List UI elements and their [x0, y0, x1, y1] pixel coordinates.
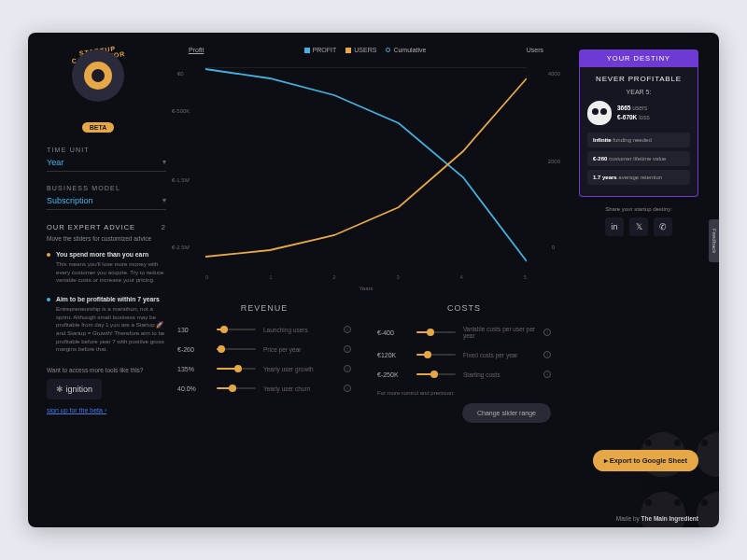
advice-body: This means you'll lose more money with e… [56, 260, 166, 285]
costs-column: COSTS €-400Variable costs per user per y… [377, 303, 551, 423]
info-icon[interactable]: i [344, 385, 351, 392]
share-whatsapp-icon[interactable]: ✆ [654, 217, 672, 236]
slider-value: 40.0% [177, 385, 209, 392]
logo: STARTUP CALCULATOR BETA [47, 42, 149, 133]
slider-label: Fixed costs per year [463, 352, 536, 358]
slider-label: Yearly user growth [263, 366, 336, 372]
costs-slider-0[interactable] [416, 331, 456, 333]
info-icon[interactable]: i [344, 326, 351, 333]
slider-value: 130 [177, 327, 209, 333]
advice-body: Entrepreneurship is a marathon, not a sp… [56, 305, 166, 354]
revenue-title: REVENUE [177, 303, 351, 313]
y-tick: €-500K [172, 108, 190, 114]
advice-title: Aim to be profitable within 7 years [56, 296, 166, 302]
slider-value: €-250K [377, 371, 409, 378]
revenue-slider-3[interactable] [217, 387, 256, 389]
destiny-year: YEAR 5: [587, 89, 690, 95]
advice-item: Aim to be profitable within 7 years Entr… [47, 296, 166, 354]
y-axis-right-label: Users [527, 47, 543, 53]
share-twitter-icon[interactable]: 𝕏 [629, 217, 648, 236]
signup-link[interactable]: sign up for the beta › [47, 407, 166, 413]
y-axis-left-label: Profit [189, 47, 204, 53]
legend: PROFIT USERS Cumulative [304, 47, 427, 53]
slider-value: 135% [177, 366, 209, 372]
slider-label: Variable costs per user per year [463, 326, 536, 339]
export-button[interactable]: Export to Google Sheet [593, 450, 698, 471]
skull-icon [587, 101, 612, 125]
costs-slider-2[interactable] [416, 373, 456, 375]
business-model-label: BUSINESS MODEL [47, 185, 166, 191]
advice-item: You spend more than you earn This means … [47, 251, 166, 285]
change-range-button[interactable]: Change slider range [462, 403, 551, 423]
slider-label: Launching users [263, 327, 336, 333]
y-tick: €0 [177, 71, 184, 77]
slider-row: €-250KStarting costsi [377, 371, 551, 378]
y-tick: 2000 [548, 159, 560, 164]
chart-plot [205, 67, 527, 263]
slider-value: €-400 [377, 329, 409, 336]
info-icon[interactable]: i [543, 329, 551, 336]
y-tick: €-2.5M [172, 245, 190, 250]
destiny-header: YOUR DESTINY [579, 49, 698, 67]
more-control-hint: For more control and precision: [377, 390, 551, 398]
info-icon[interactable]: i [344, 365, 351, 372]
destiny-stats: 3665 users €-670K loss [617, 104, 650, 122]
x-axis-label: Years [359, 286, 373, 291]
eye-icon [84, 62, 112, 90]
y-tick: 0 [552, 245, 555, 250]
time-unit-label: TIME UNIT [47, 147, 166, 153]
slider-label: Yearly user churn [263, 385, 336, 392]
tools-label: Want to access more tools like this? [47, 367, 166, 373]
x-ticks: 012345 [205, 274, 527, 280]
ignition-badge[interactable]: ignition [47, 379, 102, 399]
slider-row: 130Launching usersi [177, 326, 351, 333]
costs-slider-1[interactable] [416, 354, 456, 356]
footer: Made by The Main Ingredient [616, 515, 698, 522]
destiny-status: NEVER PROFITABLE [587, 75, 690, 83]
destiny-pill: 1.7 years average retention [587, 170, 690, 185]
revenue-column: REVENUE 130Launching usersi€-260Price pe… [177, 303, 351, 423]
info-icon[interactable]: i [543, 351, 551, 358]
slider-value: €120K [377, 352, 409, 358]
destiny-pill: Infinite funding needed [587, 133, 690, 147]
advice-subtitle: Move the sliders for customized advice [47, 235, 166, 242]
info-icon[interactable]: i [543, 371, 551, 378]
info-icon[interactable]: i [344, 345, 351, 353]
slider-row: 135%Yearly user growthi [177, 365, 351, 372]
slider-row: €-400Variable costs per user per yeari [377, 326, 551, 339]
share-linkedin-icon[interactable]: in [605, 217, 624, 236]
y-tick: 4000 [548, 71, 560, 77]
share-label: Share your startup destiny: [579, 206, 698, 212]
destiny-box: NEVER PROFITABLE YEAR 5: 3665 users €-67… [579, 67, 698, 197]
decorative-skulls [635, 427, 719, 527]
revenue-slider-1[interactable] [217, 348, 256, 350]
slider-row: €-260Price per yeari [177, 345, 351, 353]
revenue-slider-0[interactable] [217, 329, 256, 330]
destiny-pill: €-260 customer lifetime value [587, 151, 690, 166]
slider-row: €120KFixed costs per yeari [377, 351, 551, 358]
business-model-select[interactable]: Subscription [47, 196, 166, 210]
slider-label: Price per year [263, 346, 336, 353]
time-unit-select[interactable]: Year [47, 158, 166, 172]
revenue-slider-2[interactable] [217, 368, 256, 370]
slider-value: €-260 [177, 346, 209, 353]
chart: Profit PROFIT USERS Cumulative Users €0 … [179, 47, 553, 289]
advice-count: 2 [162, 223, 166, 231]
beta-badge: BETA [82, 122, 115, 133]
advice-header: OUR EXPERT ADVICE [47, 223, 135, 231]
slider-label: Starting costs [463, 371, 536, 378]
y-tick: €-1.5M [172, 177, 190, 183]
costs-title: COSTS [377, 303, 551, 313]
advice-title: You spend more than you earn [56, 251, 166, 258]
slider-row: 40.0%Yearly user churni [177, 385, 351, 392]
feedback-tab[interactable]: Feedback [709, 219, 719, 262]
